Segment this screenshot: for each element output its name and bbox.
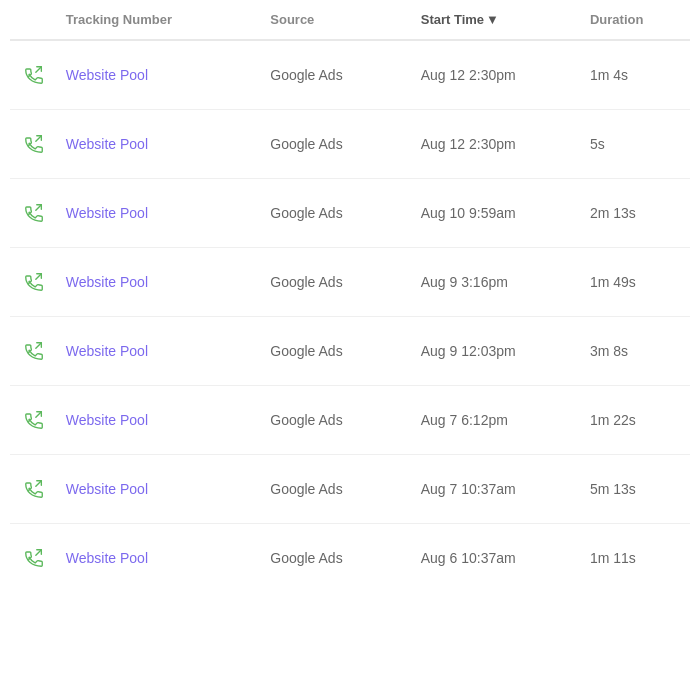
phone-incoming-icon	[20, 475, 48, 503]
source-cell: Google Ads	[254, 248, 404, 317]
tracking-number-link[interactable]: Website Pool	[66, 205, 148, 221]
source-cell: Google Ads	[254, 455, 404, 524]
svg-line-6	[36, 481, 42, 487]
phone-incoming-icon	[20, 544, 48, 572]
source-cell: Google Ads	[254, 386, 404, 455]
tracking-number-link[interactable]: Website Pool	[66, 412, 148, 428]
phone-incoming-icon	[20, 268, 48, 296]
start-time-cell: Aug 7 6:12pm	[405, 386, 574, 455]
col-header-start-time[interactable]: Start Time▼	[405, 0, 574, 40]
call-icon-cell	[10, 179, 50, 248]
source-cell: Google Ads	[254, 524, 404, 593]
call-icon-cell	[10, 524, 50, 593]
start-time-cell: Aug 6 10:37am	[405, 524, 574, 593]
tracking-number-cell: Website Pool	[50, 455, 255, 524]
table-row: Website PoolGoogle AdsAug 12 2:30pm5s	[10, 110, 690, 179]
source-cell: Google Ads	[254, 179, 404, 248]
tracking-number-cell: Website Pool	[50, 317, 255, 386]
phone-incoming-icon	[20, 406, 48, 434]
phone-incoming-icon	[20, 130, 48, 158]
tracking-number-cell: Website Pool	[50, 179, 255, 248]
call-icon-cell	[10, 455, 50, 524]
svg-line-1	[36, 136, 42, 142]
svg-line-7	[36, 550, 42, 556]
col-source-label: Source	[270, 12, 314, 27]
source-cell: Google Ads	[254, 317, 404, 386]
col-tracking-label: Tracking Number	[66, 12, 172, 27]
start-time-cell: Aug 12 2:30pm	[405, 110, 574, 179]
table-body: Website PoolGoogle AdsAug 12 2:30pm1m 4s…	[10, 40, 690, 592]
svg-line-2	[36, 205, 42, 211]
source-cell: Google Ads	[254, 110, 404, 179]
table-row: Website PoolGoogle AdsAug 7 10:37am5m 13…	[10, 455, 690, 524]
duration-cell: 1m 49s	[574, 248, 690, 317]
start-time-cell: Aug 9 3:16pm	[405, 248, 574, 317]
table-row: Website PoolGoogle AdsAug 7 6:12pm1m 22s	[10, 386, 690, 455]
duration-cell: 5m 13s	[574, 455, 690, 524]
col-duration-label: Duration	[590, 12, 643, 27]
table-row: Website PoolGoogle AdsAug 12 2:30pm1m 4s	[10, 40, 690, 110]
table-row: Website PoolGoogle AdsAug 9 3:16pm1m 49s	[10, 248, 690, 317]
table-row: Website PoolGoogle AdsAug 10 9:59am2m 13…	[10, 179, 690, 248]
start-time-cell: Aug 12 2:30pm	[405, 40, 574, 110]
svg-line-5	[36, 412, 42, 418]
call-icon-cell	[10, 110, 50, 179]
svg-line-3	[36, 274, 42, 280]
col-start-time-label: Start Time	[421, 12, 484, 27]
calls-table-container: Tracking Number Source Start Time▼ Durat…	[0, 0, 700, 592]
table-row: Website PoolGoogle AdsAug 6 10:37am1m 11…	[10, 524, 690, 593]
col-header-tracking-number: Tracking Number	[50, 0, 255, 40]
tracking-number-cell: Website Pool	[50, 248, 255, 317]
tracking-number-link[interactable]: Website Pool	[66, 343, 148, 359]
tracking-number-cell: Website Pool	[50, 40, 255, 110]
table-header-row: Tracking Number Source Start Time▼ Durat…	[10, 0, 690, 40]
duration-cell: 2m 13s	[574, 179, 690, 248]
tracking-number-cell: Website Pool	[50, 386, 255, 455]
tracking-number-link[interactable]: Website Pool	[66, 274, 148, 290]
tracking-number-cell: Website Pool	[50, 110, 255, 179]
table-row: Website PoolGoogle AdsAug 9 12:03pm3m 8s	[10, 317, 690, 386]
sort-arrow-icon: ▼	[486, 12, 499, 27]
call-icon-cell	[10, 317, 50, 386]
phone-incoming-icon	[20, 61, 48, 89]
phone-incoming-icon	[20, 337, 48, 365]
phone-incoming-icon	[20, 199, 48, 227]
tracking-number-link[interactable]: Website Pool	[66, 67, 148, 83]
col-header-source: Source	[254, 0, 404, 40]
calls-table: Tracking Number Source Start Time▼ Durat…	[10, 0, 690, 592]
svg-line-4	[36, 343, 42, 349]
col-header-icon	[10, 0, 50, 40]
call-icon-cell	[10, 248, 50, 317]
source-cell: Google Ads	[254, 40, 404, 110]
duration-cell: 5s	[574, 110, 690, 179]
tracking-number-cell: Website Pool	[50, 524, 255, 593]
start-time-cell: Aug 9 12:03pm	[405, 317, 574, 386]
call-icon-cell	[10, 40, 50, 110]
tracking-number-link[interactable]: Website Pool	[66, 481, 148, 497]
duration-cell: 1m 22s	[574, 386, 690, 455]
duration-cell: 3m 8s	[574, 317, 690, 386]
call-icon-cell	[10, 386, 50, 455]
tracking-number-link[interactable]: Website Pool	[66, 136, 148, 152]
col-header-duration: Duration	[574, 0, 690, 40]
svg-line-0	[36, 67, 42, 73]
duration-cell: 1m 4s	[574, 40, 690, 110]
duration-cell: 1m 11s	[574, 524, 690, 593]
start-time-cell: Aug 7 10:37am	[405, 455, 574, 524]
tracking-number-link[interactable]: Website Pool	[66, 550, 148, 566]
start-time-cell: Aug 10 9:59am	[405, 179, 574, 248]
